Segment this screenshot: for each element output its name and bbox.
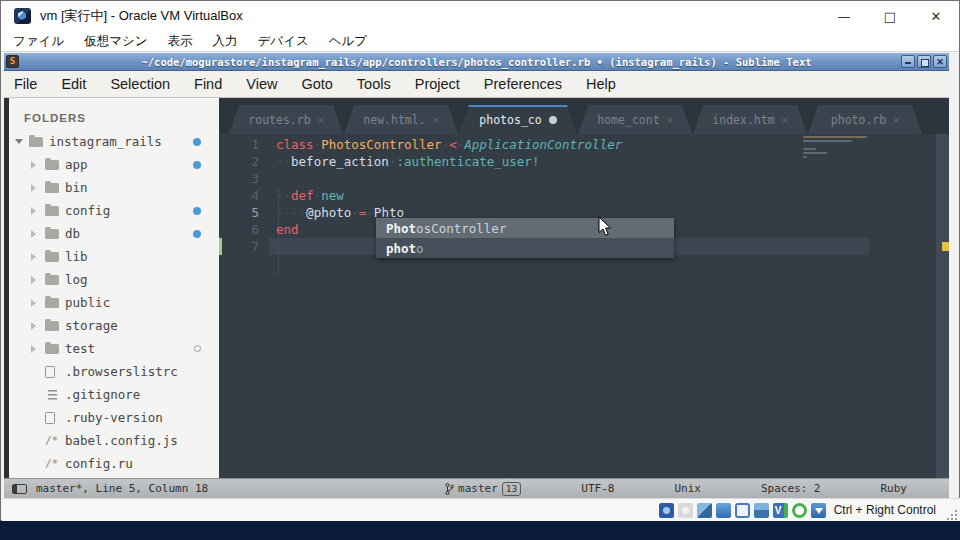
file-icon: /* <box>45 434 65 447</box>
tree-item-app[interactable]: app <box>9 153 219 176</box>
line-content: ··def·new <box>259 187 344 204</box>
tab-close-icon[interactable]: ✕ <box>893 114 899 125</box>
menu-file[interactable]: File <box>4 76 49 92</box>
tree-item-lib[interactable]: lib <box>9 245 219 268</box>
host-menu-item-1[interactable]: 仮想マシン <box>74 33 157 50</box>
tree-item--ruby-version[interactable]: .ruby-version <box>9 406 219 429</box>
tree-item-bin[interactable]: bin <box>9 176 219 199</box>
mouse-integration-icon[interactable] <box>792 503 807 518</box>
autocomplete-rest: o <box>416 241 424 256</box>
menu-tools[interactable]: Tools <box>345 76 403 92</box>
host-menu-item-0[interactable]: ファイル <box>3 33 74 50</box>
usb-icon[interactable] <box>716 503 731 518</box>
sublime-body: FOLDERS instagram_railsappbinconfigdblib… <box>4 98 949 478</box>
host-window-controls: — □ ✕ <box>821 1 959 31</box>
statusbar-encoding[interactable]: UTF-8 <box>581 482 614 495</box>
menu-view[interactable]: View <box>234 76 289 92</box>
minimize-button[interactable]: — <box>821 1 867 31</box>
virtualbox-statusbar: V Ctrl + Right Control <box>2 498 960 521</box>
sidebar-toggle-icon[interactable] <box>12 484 27 494</box>
tree-item-test[interactable]: test <box>9 337 219 360</box>
menu-edit[interactable]: Edit <box>49 76 98 92</box>
tab-routes-rb[interactable]: routes.rb✕ <box>229 105 343 134</box>
statusbar-syntax[interactable]: Ruby <box>881 482 908 495</box>
tab-new-html-[interactable]: new.html.✕ <box>344 105 458 134</box>
tree-item-instagram-rails[interactable]: instagram_rails <box>9 130 219 153</box>
network-icon[interactable] <box>697 503 712 518</box>
hard-disks-icon[interactable] <box>659 503 674 518</box>
folder-icon <box>45 183 65 193</box>
keyboard-icon[interactable] <box>811 503 826 518</box>
sublime-titlebar[interactable]: S ~/code/mogurastore/instagram_rails/app… <box>4 53 949 71</box>
tree-item-public[interactable]: public <box>9 291 219 314</box>
minimap-line <box>803 136 867 138</box>
tree-item--browserslistrc[interactable]: .browserslistrc <box>9 360 219 383</box>
autocomplete-item[interactable]: photo <box>376 238 674 258</box>
tree-item-config[interactable]: config <box>9 199 219 222</box>
resize-grip-icon[interactable] <box>946 509 958 521</box>
editor-pane[interactable]: routes.rb✕new.html.✕photos_cohome_cont✕i… <box>219 98 949 478</box>
sublime-close-button[interactable] <box>933 55 947 68</box>
tab-photos-co[interactable]: photos_co <box>459 105 577 134</box>
file-icon <box>45 366 65 378</box>
host-window-title: vm [実行中] - Oracle VM VirtualBox <box>40 7 243 25</box>
tree-item-babel-config-js[interactable]: /*babel.config.js <box>9 429 219 452</box>
vm-screen: S ~/code/mogurastore/instagram_rails/app… <box>4 53 949 498</box>
minimap-line <box>803 152 827 154</box>
tab-label: index.htm <box>712 113 774 127</box>
tab-close-icon[interactable]: ✕ <box>318 114 324 125</box>
tree-item-db[interactable]: db <box>9 222 219 245</box>
host-titlebar[interactable]: vm [実行中] - Oracle VM VirtualBox — □ ✕ <box>1 1 959 31</box>
tree-item-config-ru[interactable]: /*config.ru <box>9 452 219 475</box>
menu-goto[interactable]: Goto <box>289 76 344 92</box>
vertical-scrollbar[interactable] <box>936 134 949 478</box>
menu-project[interactable]: Project <box>403 76 472 92</box>
tree-item--gitignore[interactable]: .gitignore <box>9 383 219 406</box>
folder-tree: instagram_railsappbinconfigdbliblogpubli… <box>9 130 219 475</box>
close-button[interactable]: ✕ <box>913 1 959 31</box>
menu-find[interactable]: Find <box>182 76 234 92</box>
git-branch[interactable]: master 13 <box>445 482 521 496</box>
autocomplete-item[interactable]: PhotosController <box>376 218 674 238</box>
menu-preferences[interactable]: Preferences <box>472 76 574 92</box>
minimap[interactable] <box>803 136 869 164</box>
tab-home-cont[interactable]: home_cont✕ <box>578 105 692 134</box>
line-number: 3 <box>219 170 259 187</box>
shared-folders-icon[interactable] <box>754 503 769 518</box>
statusbar-indent[interactable]: Spaces: 2 <box>761 482 821 495</box>
chevron-right-icon <box>31 253 45 261</box>
host-menu-item-4[interactable]: デバイス <box>248 33 319 50</box>
optical-drives-icon[interactable] <box>678 503 693 518</box>
file-icon <box>45 389 65 400</box>
tab-photo-rb[interactable]: photo.rb✕ <box>808 105 922 134</box>
statusbar-right: master 13 UTF-8 Unix Spaces: 2 Ruby <box>445 482 907 496</box>
menu-selection[interactable]: Selection <box>98 76 182 92</box>
tab-label: photo.rb <box>831 113 886 127</box>
host-menu-item-2[interactable]: 表示 <box>158 33 203 50</box>
tab-close-icon[interactable]: ✕ <box>782 114 788 125</box>
line-number: 7 <box>219 238 259 255</box>
menu-help[interactable]: Help <box>574 76 628 92</box>
folder-icon <box>45 321 65 331</box>
maximize-button[interactable]: □ <box>867 1 913 31</box>
tree-item-log[interactable]: log <box>9 268 219 291</box>
line-content: ··before_action·:authenticate_user! <box>259 153 539 170</box>
code-area[interactable]: 1class·PhotosController·<·ApplicationCon… <box>219 134 936 478</box>
mouse-cursor <box>598 216 613 241</box>
sublime-restore-button[interactable] <box>917 55 931 68</box>
line-number: 6 <box>219 221 259 238</box>
tree-item-storage[interactable]: storage <box>9 314 219 337</box>
tab-close-icon[interactable]: ✕ <box>433 114 439 125</box>
tab-close-icon[interactable]: ✕ <box>667 114 673 125</box>
tab-index-htm[interactable]: index.htm✕ <box>693 105 807 134</box>
tree-item-label: config <box>65 203 110 218</box>
host-menu-item-3[interactable]: 入力 <box>203 33 248 50</box>
sublime-minimize-button[interactable] <box>901 55 915 68</box>
line-number: 2 <box>219 153 259 170</box>
tab-label: photos_co <box>479 113 541 127</box>
features-icon[interactable]: V <box>773 503 788 518</box>
statusbar-line-endings[interactable]: Unix <box>674 482 701 495</box>
screen: vm [実行中] - Oracle VM VirtualBox — □ ✕ ファ… <box>0 0 960 540</box>
display-icon[interactable] <box>735 503 750 518</box>
host-menu-item-5[interactable]: ヘルプ <box>319 33 377 50</box>
